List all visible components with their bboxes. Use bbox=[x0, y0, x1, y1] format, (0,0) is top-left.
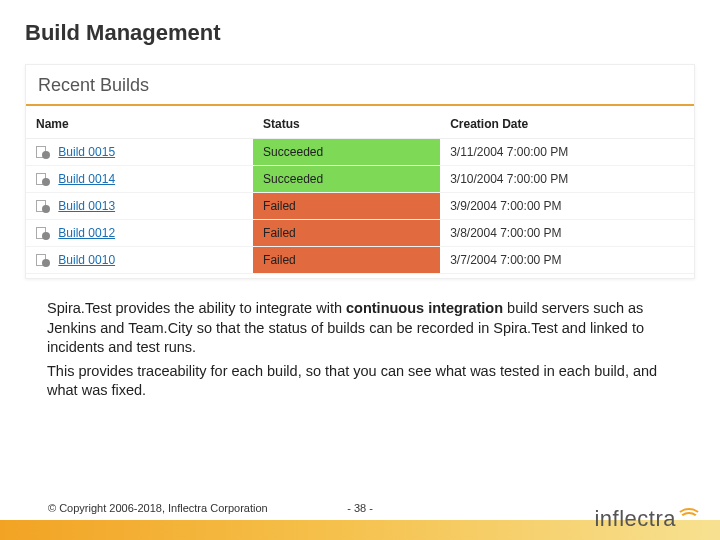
logo-swoosh-icon bbox=[676, 506, 698, 524]
build-icon bbox=[36, 173, 49, 185]
build-name-cell: Build 0010 bbox=[26, 247, 253, 274]
col-status: Status bbox=[253, 110, 440, 139]
table-row: Build 0015 Succeeded 3/11/2004 7:00:00 P… bbox=[26, 139, 694, 166]
build-icon bbox=[36, 227, 49, 239]
logo-text: inflectra bbox=[594, 506, 676, 531]
table-header-row: Name Status Creation Date bbox=[26, 110, 694, 139]
table-row: Build 0012 Failed 3/8/2004 7:00:00 PM bbox=[26, 220, 694, 247]
slide-title: Build Management bbox=[25, 20, 695, 46]
build-name-cell: Build 0013 bbox=[26, 193, 253, 220]
build-date-cell: 3/8/2004 7:00:00 PM bbox=[440, 220, 694, 247]
build-link[interactable]: Build 0013 bbox=[58, 199, 115, 213]
table-row: Build 0013 Failed 3/9/2004 7:00:00 PM bbox=[26, 193, 694, 220]
recent-builds-panel: Recent Builds Name Status Creation Date … bbox=[25, 64, 695, 279]
build-status-cell: Failed bbox=[253, 247, 440, 274]
inflectra-logo: inflectra bbox=[594, 506, 698, 532]
col-name: Name bbox=[26, 110, 253, 139]
build-link[interactable]: Build 0010 bbox=[58, 253, 115, 267]
build-date-cell: 3/11/2004 7:00:00 PM bbox=[440, 139, 694, 166]
build-link[interactable]: Build 0012 bbox=[58, 226, 115, 240]
paragraph-1: Spira.Test provides the ability to integ… bbox=[47, 299, 673, 358]
build-icon bbox=[36, 200, 49, 212]
table-row: Build 0010 Failed 3/7/2004 7:00:00 PM bbox=[26, 247, 694, 274]
build-status-cell: Failed bbox=[253, 193, 440, 220]
paragraph-2: This provides traceability for each buil… bbox=[47, 362, 673, 401]
page-number: - 38 - bbox=[347, 502, 373, 514]
build-date-cell: 3/9/2004 7:00:00 PM bbox=[440, 193, 694, 220]
builds-table: Name Status Creation Date Build 0015 Suc… bbox=[26, 110, 694, 274]
build-name-cell: Build 0012 bbox=[26, 220, 253, 247]
table-row: Build 0014 Succeeded 3/10/2004 7:00:00 P… bbox=[26, 166, 694, 193]
copyright: © Copyright 2006-2018, Inflectra Corpora… bbox=[48, 502, 268, 514]
build-status-cell: Failed bbox=[253, 220, 440, 247]
body-text: Spira.Test provides the ability to integ… bbox=[25, 299, 695, 401]
build-status-cell: Succeeded bbox=[253, 166, 440, 193]
build-link[interactable]: Build 0014 bbox=[58, 172, 115, 186]
build-date-cell: 3/7/2004 7:00:00 PM bbox=[440, 247, 694, 274]
build-icon bbox=[36, 254, 49, 266]
build-date-cell: 3/10/2004 7:00:00 PM bbox=[440, 166, 694, 193]
build-icon bbox=[36, 146, 49, 158]
panel-heading: Recent Builds bbox=[26, 65, 694, 106]
build-name-cell: Build 0015 bbox=[26, 139, 253, 166]
col-date: Creation Date bbox=[440, 110, 694, 139]
build-status-cell: Succeeded bbox=[253, 139, 440, 166]
footer: © Copyright 2006-2018, Inflectra Corpora… bbox=[0, 504, 720, 540]
build-name-cell: Build 0014 bbox=[26, 166, 253, 193]
build-link[interactable]: Build 0015 bbox=[58, 145, 115, 159]
